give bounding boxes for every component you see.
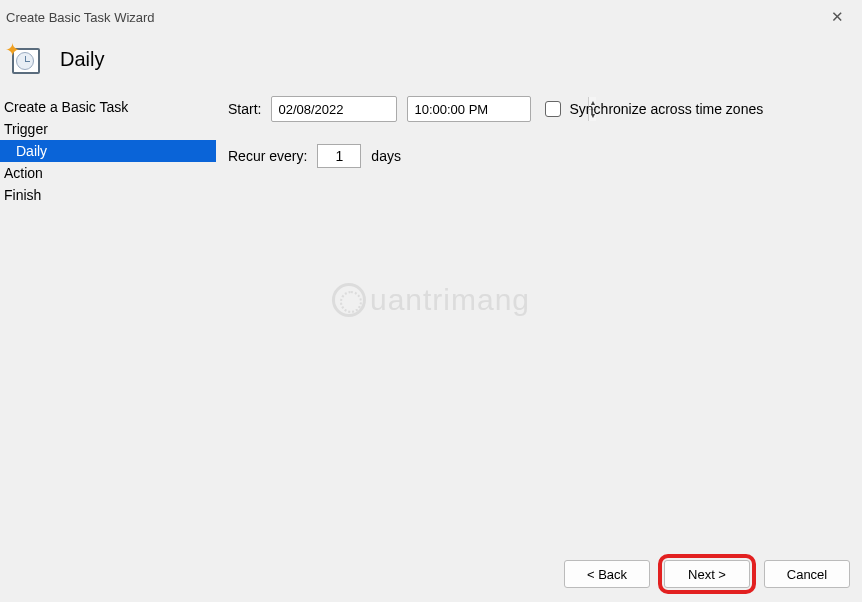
start-date-field[interactable]: ▦ ▾ <box>271 96 397 122</box>
sidebar-item-finish[interactable]: Finish <box>0 184 216 206</box>
start-row: Start: ▦ ▾ ▲ ▼ Synchronize across time z… <box>228 96 850 122</box>
next-button-highlight: Next > <box>664 560 750 588</box>
sidebar-item-trigger[interactable]: Trigger <box>0 118 216 140</box>
window-title: Create Basic Task Wizard <box>6 10 155 25</box>
page-header: ✦ Daily <box>0 34 862 96</box>
recur-label: Recur every: <box>228 148 307 164</box>
recur-value-input[interactable] <box>317 144 361 168</box>
content-area: Create a Basic Task Trigger Daily Action… <box>0 96 862 544</box>
start-time-field[interactable]: ▲ ▼ <box>407 96 531 122</box>
page-title: Daily <box>60 48 104 71</box>
close-icon[interactable]: ✕ <box>821 4 854 30</box>
cancel-button[interactable]: Cancel <box>764 560 850 588</box>
sync-timezones-group: Synchronize across time zones <box>545 101 763 117</box>
back-button[interactable]: < Back <box>564 560 650 588</box>
sidebar-item-daily[interactable]: Daily <box>0 140 216 162</box>
sidebar-item-action[interactable]: Action <box>0 162 216 184</box>
sync-timezones-checkbox[interactable] <box>545 101 561 117</box>
main-pane: Start: ▦ ▾ ▲ ▼ Synchronize across time z… <box>216 96 862 544</box>
sync-timezones-label: Synchronize across time zones <box>569 101 763 117</box>
recur-row: Recur every: days <box>228 144 850 168</box>
next-button[interactable]: Next > <box>664 560 750 588</box>
recur-unit-label: days <box>371 148 401 164</box>
wizard-footer: < Back Next > Cancel <box>0 546 862 602</box>
sidebar-item-create-task[interactable]: Create a Basic Task <box>0 96 216 118</box>
start-label: Start: <box>228 101 261 117</box>
wizard-steps-sidebar: Create a Basic Task Trigger Daily Action… <box>0 96 216 544</box>
titlebar: Create Basic Task Wizard ✕ <box>0 0 862 34</box>
task-scheduler-icon: ✦ <box>8 42 42 76</box>
